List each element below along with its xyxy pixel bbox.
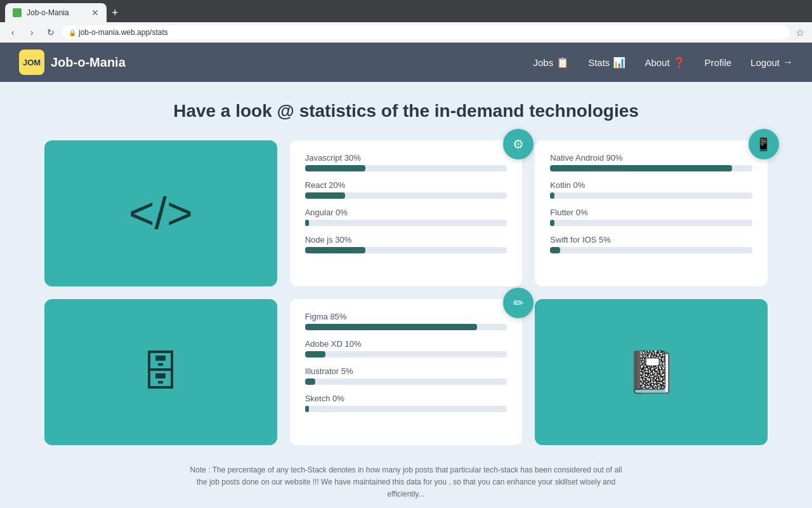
- mobile-stats-card: 📱 Native Android 90% Kotlin 0% Flutter 0…: [535, 140, 768, 286]
- stat-javascript-bar: [305, 165, 366, 171]
- design-stats-float-btn[interactable]: ✏: [503, 288, 534, 318]
- stat-adobexd: Adobe XD 10%: [305, 339, 508, 358]
- page-title: Have a look @ statistics of the in-deman…: [25, 101, 787, 121]
- stat-react-bar: [305, 192, 346, 199]
- stat-adobexd-bg: [305, 351, 508, 358]
- web-dev-teal-card: </>: [44, 140, 277, 286]
- stat-flutter-bg: [550, 220, 752, 226]
- stat-kotlin-label: Kotlin 0%: [550, 180, 752, 190]
- jobs-icon: 📋: [556, 57, 569, 69]
- nav-profile[interactable]: Profile: [705, 57, 732, 68]
- tab-close-button[interactable]: ✕: [91, 8, 99, 18]
- code-icon: </>: [129, 188, 193, 239]
- stat-sketch-bar: [305, 406, 309, 412]
- stat-kotlin: Kotlin 0%: [550, 180, 752, 199]
- nav-logout[interactable]: Logout →: [750, 57, 793, 68]
- app-name: Job-o-Mania: [51, 55, 126, 70]
- logout-label: Logout: [750, 57, 780, 68]
- stat-flutter: Flutter 0%: [550, 208, 752, 226]
- main-content: Have a look @ statistics of the in-deman…: [0, 82, 812, 508]
- stat-android-label: Native Android 90%: [550, 153, 752, 163]
- design-stats-card: ✏ Figma 85% Adobe XD 10% Illustrator 5%: [290, 299, 523, 445]
- bookmark-icon[interactable]: ☆: [793, 27, 807, 39]
- logout-icon: →: [783, 57, 793, 68]
- book-icon: 📓: [626, 349, 677, 396]
- stats-icon: 📊: [613, 57, 625, 69]
- web-stats-card: ⚙ Javascript 30% React 20% Angular 0%: [290, 140, 523, 286]
- logo-badge: JOM: [19, 50, 44, 75]
- profile-label: Profile: [705, 57, 732, 68]
- android-icon: 📱: [756, 137, 771, 152]
- stat-flutter-bar: [550, 220, 554, 226]
- address-bar-row: ‹ › ↻ 🔒 job-o-mania.web.app/stats ☆: [0, 22, 812, 43]
- stat-sketch-label: Sketch 0%: [305, 394, 508, 403]
- reload-button[interactable]: ↻: [43, 25, 58, 40]
- navbar: JOM Job-o-Mania Jobs 📋 Stats 📊 About ❓ P…: [0, 43, 812, 82]
- mobile-stats-float-btn[interactable]: 📱: [749, 129, 779, 159]
- stat-javascript-bg: [305, 165, 508, 171]
- stat-flutter-label: Flutter 0%: [550, 208, 752, 217]
- stat-figma-bar: [305, 324, 477, 330]
- stats-label: Stats: [588, 57, 610, 68]
- stat-angular-label: Angular 0%: [305, 208, 508, 217]
- nav-stats[interactable]: Stats 📊: [588, 57, 625, 69]
- nav-about[interactable]: About ❓: [645, 57, 685, 69]
- stat-illustrator-bar: [305, 378, 315, 385]
- database-teal-card: 🗄: [44, 299, 277, 445]
- about-icon: ❓: [673, 57, 686, 69]
- stat-react: React 20%: [305, 180, 508, 199]
- stat-nodejs-label: Node js 30%: [305, 235, 508, 244]
- stats-grid: </> ⚙ Javascript 30% React 20% Angular 0…: [44, 140, 768, 445]
- stat-illustrator-label: Illustrator 5%: [305, 366, 508, 376]
- stat-angular-bar: [305, 220, 309, 226]
- about-label: About: [645, 57, 669, 68]
- stat-kotlin-bar: [550, 192, 554, 199]
- stat-angular-bg: [305, 220, 508, 226]
- stat-react-label: React 20%: [305, 180, 508, 190]
- stat-react-bg: [305, 192, 508, 199]
- stat-swift: Swift for IOS 5%: [550, 235, 752, 253]
- stat-android: Native Android 90%: [550, 153, 752, 171]
- stat-android-bar: [550, 165, 732, 171]
- book-teal-card: 📓: [535, 299, 768, 445]
- stat-swift-bg: [550, 247, 752, 253]
- new-tab-button[interactable]: +: [112, 6, 119, 22]
- stat-illustrator: Illustrator 5%: [305, 366, 508, 385]
- lock-icon: 🔒: [69, 29, 76, 36]
- tab-title: Job-o-Mania: [27, 8, 69, 17]
- stat-nodejs-bar: [305, 247, 366, 253]
- stat-nodejs: Node js 30%: [305, 235, 508, 253]
- settings-icon: ⚙: [513, 137, 524, 152]
- back-button[interactable]: ‹: [5, 25, 20, 40]
- stat-adobexd-bar: [305, 351, 325, 358]
- stat-sketch: Sketch 0%: [305, 394, 508, 412]
- url-text: job-o-mania.web.app/stats: [79, 28, 168, 37]
- forward-button[interactable]: ›: [24, 25, 39, 40]
- stat-javascript: Javascript 30%: [305, 153, 508, 171]
- stat-figma: Figma 85%: [305, 312, 508, 330]
- stat-angular: Angular 0%: [305, 208, 508, 226]
- footer-note: Note : The percentage of any tech-Stack …: [184, 464, 628, 501]
- nav-links: Jobs 📋 Stats 📊 About ❓ Profile Logout →: [534, 57, 794, 69]
- stat-swift-label: Swift for IOS 5%: [550, 235, 752, 244]
- stat-sketch-bg: [305, 406, 508, 412]
- tab-favicon: [13, 8, 22, 17]
- jobs-label: Jobs: [534, 57, 554, 68]
- stat-figma-label: Figma 85%: [305, 312, 508, 321]
- stat-javascript-label: Javascript 30%: [305, 153, 508, 163]
- nav-jobs[interactable]: Jobs 📋: [534, 57, 570, 69]
- stat-nodejs-bg: [305, 247, 508, 253]
- stat-kotlin-bg: [550, 192, 752, 199]
- pencil-icon: ✏: [513, 295, 524, 311]
- stat-figma-bg: [305, 324, 508, 330]
- stat-adobexd-label: Adobe XD 10%: [305, 339, 508, 349]
- stat-swift-bar: [550, 247, 560, 253]
- stat-illustrator-bg: [305, 378, 508, 385]
- stat-android-bg: [550, 165, 752, 171]
- logo-area: JOM Job-o-Mania: [19, 50, 126, 75]
- browser-tab[interactable]: Job-o-Mania ✕: [5, 3, 107, 22]
- web-stats-float-btn[interactable]: ⚙: [503, 129, 534, 159]
- database-icon: 🗄: [140, 349, 181, 396]
- address-box[interactable]: 🔒 job-o-mania.web.app/stats: [62, 25, 789, 39]
